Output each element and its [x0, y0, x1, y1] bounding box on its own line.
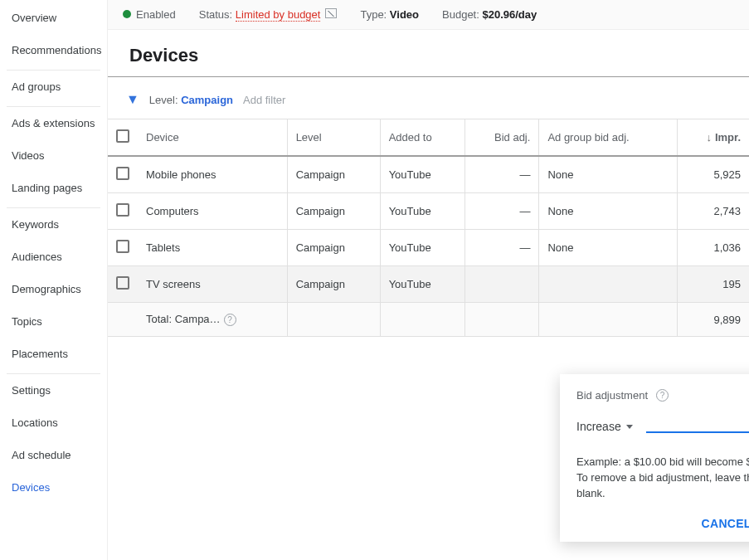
row-checkbox[interactable] [116, 276, 129, 290]
bid-adj-cell[interactable]: — [464, 156, 539, 193]
bid-adj-cell[interactable]: — [464, 230, 539, 266]
table-row[interactable]: Tablets Campaign YouTube — None 1,036 [108, 230, 749, 266]
filter-bar: ▼ Level: Campaign Add filter [108, 77, 749, 119]
table-total-row: Total: Campa…? 9,899 [108, 303, 749, 337]
bid-adj-cell[interactable] [464, 266, 539, 303]
popover-example: Example: a $10.00 bid will become $12.50… [576, 455, 749, 502]
sidebar-item-ad-groups[interactable]: Ad groups [7, 71, 100, 103]
help-icon[interactable]: ? [656, 389, 669, 402]
col-ad-group-bid-adj[interactable]: Ad group bid adj. [539, 119, 677, 157]
col-added-to[interactable]: Added to [380, 119, 464, 157]
popover-title: Bid adjustment? [576, 389, 749, 402]
table-row[interactable]: Mobile phones Campaign YouTube — None 5,… [108, 156, 749, 193]
col-device[interactable]: Device [138, 119, 287, 157]
col-level[interactable]: Level [287, 119, 380, 157]
sidebar-item-audiences[interactable]: Audiences [7, 241, 100, 273]
select-all-checkbox[interactable] [116, 129, 129, 143]
bid-value-field[interactable]: % [646, 416, 749, 433]
sidebar-item-keywords[interactable]: Keywords [7, 208, 100, 241]
chevron-down-icon [626, 425, 633, 429]
status-limited-link[interactable]: Limited by budget [236, 8, 321, 22]
bid-value-input[interactable] [646, 416, 749, 430]
sidebar-item-locations[interactable]: Locations [7, 407, 100, 439]
chart-icon[interactable] [325, 8, 337, 18]
sidebar-item-topics[interactable]: Topics [7, 305, 100, 338]
sidebar-item-recommendations[interactable]: Recommendations [7, 34, 100, 66]
col-bid-adj[interactable]: Bid adj. [464, 119, 539, 157]
total-label: Total: Campa…? [138, 303, 287, 337]
sidebar-item-devices[interactable]: Devices [7, 471, 100, 504]
row-checkbox[interactable] [116, 167, 129, 180]
sidebar-item-landing-pages[interactable]: Landing pages [7, 172, 100, 204]
table-row[interactable]: Computers Campaign YouTube — None 2,743 [108, 193, 749, 230]
table-row[interactable]: TV screens Campaign YouTube 195 [108, 266, 749, 303]
sidebar-item-settings[interactable]: Settings [7, 374, 100, 407]
devices-table: Device Level Added to Bid adj. Ad group … [108, 119, 749, 337]
sidebar: Overview Recommendations Ad groups Ads &… [0, 0, 108, 560]
sidebar-item-ads-extensions[interactable]: Ads & extensions [7, 107, 100, 139]
cancel-button[interactable]: CANCEL [702, 517, 749, 530]
status-enabled: Enabled [123, 8, 176, 21]
page-title: Devices [108, 30, 749, 77]
add-filter-button[interactable]: Add filter [243, 94, 285, 106]
main-content: Enabled Status: Limited by budget Type: … [108, 0, 749, 560]
bid-adjustment-popover: Bid adjustment? Increase % Example: a $1… [560, 374, 749, 542]
budget-field: Budget: $20.96/day [442, 8, 537, 21]
bid-adj-cell[interactable]: — [464, 193, 539, 230]
sidebar-item-overview[interactable]: Overview [7, 2, 100, 34]
sidebar-item-videos[interactable]: Videos [7, 139, 100, 172]
sidebar-item-ad-schedule[interactable]: Ad schedule [7, 439, 100, 471]
bid-direction-dropdown[interactable]: Increase [576, 420, 633, 433]
row-checkbox[interactable] [116, 240, 129, 253]
enabled-dot-icon [123, 10, 131, 18]
sidebar-item-demographics[interactable]: Demographics [7, 273, 100, 305]
sort-desc-icon: ↓ [706, 131, 712, 144]
filter-level[interactable]: Level: Campaign [149, 94, 233, 106]
col-impr[interactable]: ↓Impr. [677, 119, 749, 157]
status-bar: Enabled Status: Limited by budget Type: … [108, 0, 749, 30]
filter-icon[interactable]: ▼ [126, 92, 139, 107]
sidebar-item-placements[interactable]: Placements [7, 338, 100, 370]
row-checkbox[interactable] [116, 203, 129, 217]
help-icon[interactable]: ? [224, 314, 236, 326]
type-field: Type: Video [360, 8, 419, 21]
status-field: Status: Limited by budget [199, 8, 338, 21]
